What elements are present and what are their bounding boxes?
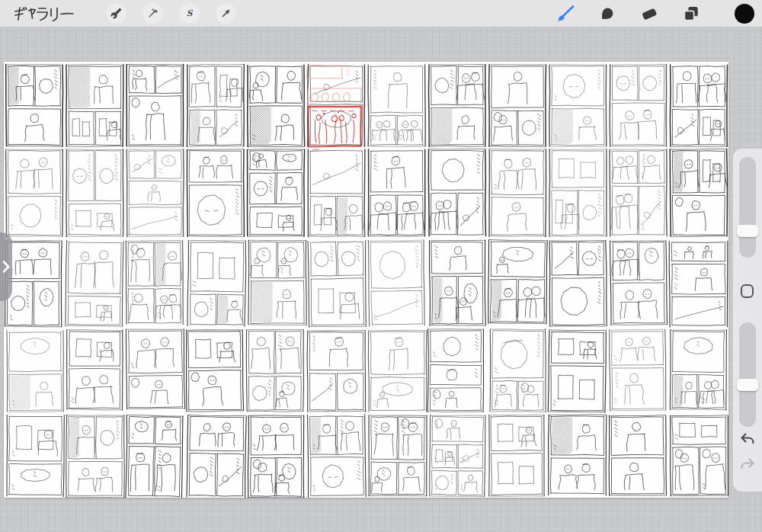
toolbar-left-group: ギャラリー (14, 3, 236, 24)
color-swatch-button[interactable] (735, 4, 754, 24)
arrow-cursor-icon (220, 8, 232, 19)
brush-sidebar (733, 149, 762, 492)
adjustments-button[interactable] (142, 3, 163, 24)
modify-button[interactable] (741, 284, 754, 298)
layers-button[interactable] (680, 3, 702, 24)
redo-button[interactable] (738, 456, 757, 474)
selection-button[interactable]: S (179, 3, 200, 24)
erase-tool-button[interactable] (639, 3, 660, 24)
svg-text:S: S (187, 8, 194, 18)
smudge-finger-icon (597, 4, 617, 24)
undo-button[interactable] (738, 431, 757, 449)
wrench-icon (110, 8, 122, 19)
redo-arrow-icon (738, 456, 757, 474)
top-toolbar: ギャラリー (0, 0, 762, 27)
color-swatch (735, 4, 754, 24)
chevron-right-icon (2, 260, 11, 274)
transform-button[interactable] (216, 3, 236, 24)
paint-tool-button[interactable] (555, 3, 576, 24)
gallery-button[interactable]: ギャラリー (14, 5, 75, 22)
brush-opacity-slider[interactable] (739, 322, 756, 427)
smudge-tool-button[interactable] (597, 3, 618, 24)
actions-button[interactable] (106, 3, 126, 24)
gallery-label-kana (14, 5, 75, 22)
brush-opacity-slider-handle[interactable] (737, 379, 758, 391)
artwork-canvas[interactable] (4, 62, 728, 498)
layers-icon (681, 4, 701, 24)
toolbar-right-group (555, 3, 754, 24)
brush-size-slider[interactable] (739, 157, 756, 258)
s-ribbon-icon: S (184, 8, 195, 19)
paintbrush-icon (555, 3, 576, 24)
magic-wand-icon (147, 8, 158, 19)
undo-arrow-icon (738, 431, 757, 449)
eraser-icon (639, 4, 659, 24)
sidebar-toggle-tab[interactable] (0, 232, 12, 301)
brush-size-slider-handle[interactable] (737, 225, 758, 237)
